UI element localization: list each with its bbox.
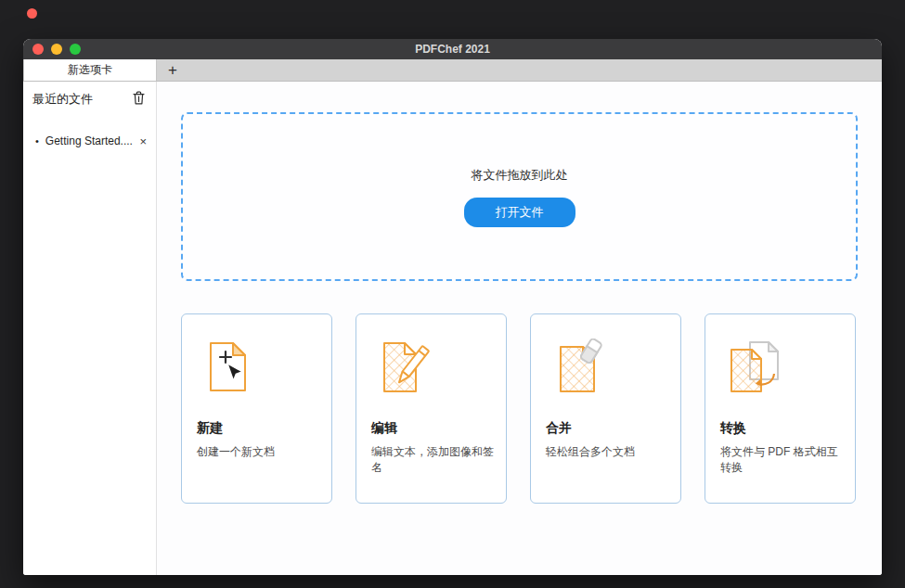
open-file-button[interactable]: 打开文件 — [464, 198, 575, 227]
recent-file-label: Getting Started.... — [45, 134, 133, 147]
zoom-window-button[interactable] — [70, 44, 81, 55]
card-subtitle: 将文件与 PDF 格式相互转换 — [720, 444, 847, 477]
close-window-button[interactable] — [32, 44, 44, 55]
edit-document-icon — [373, 339, 498, 396]
convert-documents-icon — [722, 339, 847, 396]
clear-recent-button[interactable] — [133, 91, 145, 108]
remove-recent-icon[interactable]: × — [139, 135, 147, 147]
trash-icon — [133, 91, 145, 108]
card-subtitle: 创建一个新文档 — [197, 444, 324, 460]
recent-files-header: 最近的文件 — [32, 91, 93, 108]
card-title: 新建 — [197, 420, 324, 437]
card-merge[interactable]: 合并 轻松组合多个文档 — [530, 313, 681, 504]
card-new[interactable]: 新建 创建一个新文档 — [181, 313, 332, 504]
tab-bar: 新选项卡 + — [23, 59, 882, 82]
recent-file-item[interactable]: • Getting Started.... × — [23, 116, 156, 153]
card-title: 合并 — [546, 420, 673, 437]
file-drop-zone[interactable]: 将文件拖放到此处 打开文件 — [181, 112, 858, 281]
tab-label: 新选项卡 — [68, 62, 112, 78]
card-subtitle: 编辑文本，添加图像和签名 — [371, 444, 498, 477]
tab-new-tab[interactable]: 新选项卡 — [23, 59, 157, 81]
recent-files-sidebar: 最近的文件 • — [23, 82, 157, 575]
card-convert[interactable]: 转换 将文件与 PDF 格式相互转换 — [705, 313, 856, 504]
window-title: PDFChef 2021 — [415, 43, 490, 56]
app-window: PDFChef 2021 新选项卡 + 最近的文件 — [23, 39, 882, 575]
title-bar: PDFChef 2021 — [23, 39, 882, 59]
minimize-window-button[interactable] — [51, 44, 62, 55]
card-title: 编辑 — [371, 420, 498, 437]
card-title: 转换 — [720, 420, 847, 437]
merge-documents-icon — [548, 339, 673, 396]
new-tab-button[interactable]: + — [157, 59, 188, 81]
background-window-close-light — [27, 8, 37, 19]
main-content: 将文件拖放到此处 打开文件 新建 创建一个新文档 — [157, 82, 882, 575]
card-subtitle: 轻松组合多个文档 — [546, 444, 673, 460]
traffic-lights — [32, 44, 81, 55]
plus-icon: + — [168, 61, 177, 80]
action-cards: 新建 创建一个新文档 — [181, 313, 858, 504]
bullet-icon: • — [35, 136, 39, 147]
card-edit[interactable]: 编辑 编辑文本，添加图像和签名 — [356, 313, 507, 504]
drop-zone-message: 将文件拖放到此处 — [472, 167, 568, 184]
new-document-icon — [199, 339, 324, 396]
